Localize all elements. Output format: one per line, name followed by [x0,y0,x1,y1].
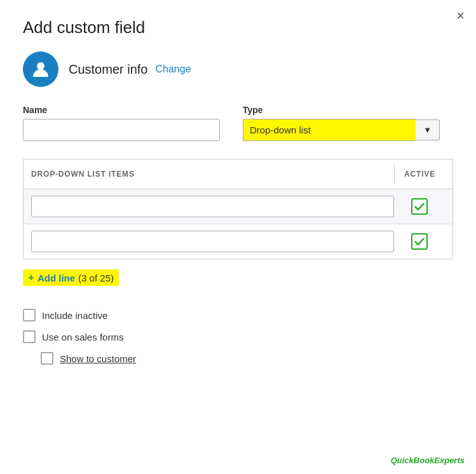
checkmark-icon-2 [414,236,425,247]
customer-info-label: Customer info [69,62,148,77]
header-row: Customer info Change [23,51,453,87]
dropdown-item-input-2[interactable] [31,231,394,252]
header-info: Customer info Change [69,62,191,77]
show-to-customer-checkbox[interactable] [41,352,53,365]
use-on-sales-forms-label: Use on sales forms [42,332,123,342]
checkmark-box-1[interactable] [411,198,428,215]
table-row [24,189,452,224]
person-icon [31,59,51,79]
type-label: Type [243,105,440,115]
add-custom-field-dialog: × Add custom field Customer info Change … [0,0,476,474]
add-line-button[interactable]: + Add line (3 of 25) [23,269,119,286]
watermark: QuickBookExperts [391,456,465,465]
add-line-label: Add line [37,273,75,283]
use-on-sales-forms-checkbox[interactable] [23,330,36,343]
type-select-arrow[interactable]: ▼ [416,119,440,140]
type-field-group: Type Drop-down list ▼ [243,105,440,141]
active-check-2[interactable] [394,233,445,250]
show-to-customer-row: Show to customer [41,352,453,365]
checkmark-box-2[interactable] [411,233,428,250]
fields-row: Name Type Drop-down list ▼ [23,105,453,141]
name-field-group: Name [23,105,220,141]
dropdown-table-outer: DROP-DOWN LIST ITEMS ACTIVE [23,159,453,259]
type-select-wrapper: Drop-down list ▼ [243,119,440,141]
dialog-title: Add custom field [23,18,453,37]
checkmark-icon-1 [414,201,425,212]
svg-point-0 [37,62,44,70]
type-select-display[interactable]: Drop-down list [243,119,416,141]
name-label: Name [23,105,220,115]
name-input[interactable] [23,119,220,141]
show-to-customer-label: Show to customer [60,353,136,364]
add-line-plus: + [28,271,34,284]
include-inactive-row: Include inactive [23,309,453,322]
include-inactive-label: Include inactive [42,310,107,321]
add-line-count: (3 of 25) [78,273,114,283]
include-inactive-checkbox[interactable] [23,309,36,322]
table-row [24,224,452,259]
close-button[interactable]: × [456,9,465,23]
change-link[interactable]: Change [156,64,191,75]
active-check-1[interactable] [394,198,445,215]
dropdown-item-input-1[interactable] [31,196,394,217]
col-active-header: ACTIVE [394,165,445,184]
table-header-row: DROP-DOWN LIST ITEMS ACTIVE [24,159,452,189]
avatar [23,51,58,87]
use-on-sales-forms-row: Use on sales forms [23,330,453,343]
col-items-header: DROP-DOWN LIST ITEMS [31,165,394,184]
